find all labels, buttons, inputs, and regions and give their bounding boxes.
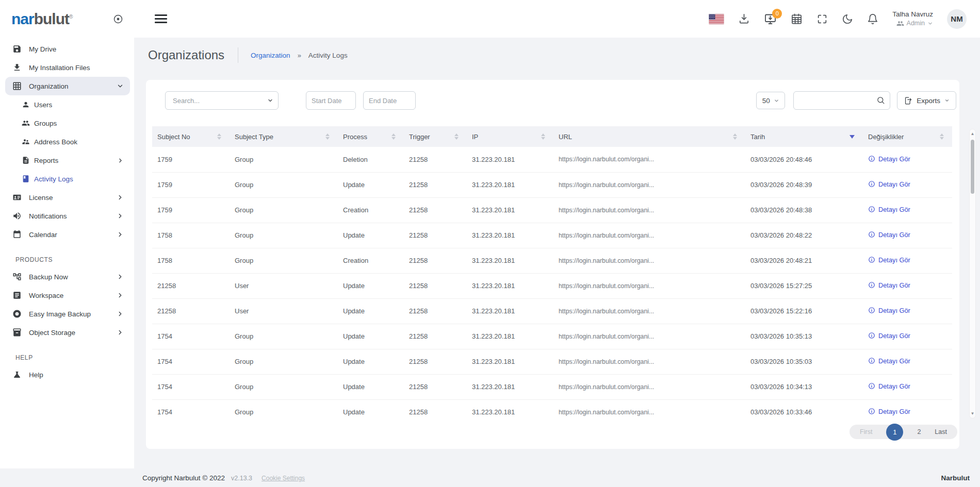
sidebar-item-groups[interactable]: Groups xyxy=(5,114,130,132)
sidebar-item-workspace[interactable]: Workspace xyxy=(5,286,130,305)
pagination-last[interactable]: Last xyxy=(935,428,947,435)
column-header-process[interactable]: Process xyxy=(338,126,404,147)
sidebar-item-calendar[interactable]: Calendar xyxy=(5,225,130,244)
cell-ip: 31.223.20.181 xyxy=(467,273,553,298)
cell-subject-type: Group xyxy=(230,172,338,197)
vertical-scrollbar[interactable]: ▲ ▼ xyxy=(969,129,976,418)
info-icon xyxy=(868,332,875,339)
sidebar-item-help[interactable]: Help xyxy=(5,365,130,384)
sidebar-item-label: Users xyxy=(34,101,52,109)
column-header-ip[interactable]: IP xyxy=(467,126,553,147)
sidebar-item-notifications[interactable]: Notifications xyxy=(5,207,130,225)
cell-subject-type: Group xyxy=(230,324,338,349)
cell-trigger: 21258 xyxy=(404,399,467,423)
pagination-page-1[interactable]: 1 xyxy=(886,424,903,441)
us-flag-icon[interactable] xyxy=(709,14,724,24)
table-row: 21258 User Update 21258 31.223.20.181 ht… xyxy=(152,273,952,298)
column-header-trigger[interactable]: Trigger xyxy=(404,126,467,147)
cell-ip: 31.223.20.181 xyxy=(467,399,553,423)
cell-url: https://login.narbulut.com/organi... xyxy=(553,223,745,248)
avatar[interactable]: NM xyxy=(947,9,967,29)
table-row: 1754 Group Update 21258 31.223.20.181 ht… xyxy=(152,374,952,399)
sidebar-item-users[interactable]: Users xyxy=(5,95,130,114)
table-row: 1758 Group Creation 21258 31.223.20.181 … xyxy=(152,248,952,273)
detail-link[interactable]: Detayı Gör xyxy=(868,307,910,314)
search-input[interactable] xyxy=(165,91,279,110)
column-header-subject-no[interactable]: Subject No xyxy=(152,126,230,147)
cell-date: 03/03/2026 10:35:13 xyxy=(745,324,863,349)
sort-desc-icon xyxy=(850,135,855,139)
scroll-down-arrow-icon[interactable]: ▼ xyxy=(970,411,975,416)
sidebar-item-my-drive[interactable]: My Drive xyxy=(5,40,130,58)
calendar-icon[interactable] xyxy=(791,13,803,25)
cell-process: Deletion xyxy=(338,147,404,172)
detail-link[interactable]: Detayı Gör xyxy=(868,281,910,289)
column-header-degisiklikler[interactable]: Değişiklikler xyxy=(863,126,952,147)
sidebar-item-easy-image-backup[interactable]: Easy Image Backup xyxy=(5,305,130,323)
sidebar-toggle-icon[interactable] xyxy=(112,13,124,25)
chevron-down-icon[interactable] xyxy=(267,97,273,104)
notification-badge: 0 xyxy=(772,9,782,19)
sidebar-item-label: Object Storage xyxy=(29,329,75,337)
cell-action: Detayı Gör xyxy=(863,273,952,298)
cell-ip: 31.223.20.181 xyxy=(467,248,553,273)
cell-url: https://login.narbulut.com/organi... xyxy=(553,399,745,423)
search-icon[interactable] xyxy=(876,96,885,105)
detail-link[interactable]: Detayı Gör xyxy=(868,332,910,340)
footer: Copyright Narbulut © 2022 v2.13.3 Cookie… xyxy=(0,468,980,487)
hamburger-menu-icon[interactable] xyxy=(155,14,167,23)
sidebar-item-address-book[interactable]: Address Book xyxy=(5,132,130,151)
sidebar-item-backup-now[interactable]: Backup Now xyxy=(5,267,130,286)
sidebar-item-label: My Drive xyxy=(29,45,56,53)
bell-icon[interactable] xyxy=(867,13,878,25)
cell-date: 03/03/2026 10:35:03 xyxy=(745,349,863,374)
detail-link[interactable]: Detayı Gör xyxy=(868,231,910,239)
detail-link[interactable]: Detayı Gör xyxy=(868,256,910,264)
sidebar-item-my-installation-files[interactable]: My Installation Files xyxy=(5,58,130,77)
table-header: Subject No Subject Type Process Trigger … xyxy=(152,126,952,147)
cell-date: 03/03/2026 10:34:13 xyxy=(745,374,863,399)
logo-row: narbulut® xyxy=(0,0,134,38)
table-row: 1758 Group Update 21258 31.223.20.181 ht… xyxy=(152,223,952,248)
detail-link[interactable]: Detayı Gör xyxy=(868,206,910,213)
sidebar-item-license[interactable]: License xyxy=(5,188,130,207)
pagination-page-2[interactable]: 2 xyxy=(917,428,921,435)
speaker-icon xyxy=(12,211,22,221)
table-search-input[interactable] xyxy=(793,91,890,110)
breadcrumb-parent-link[interactable]: Organization xyxy=(251,52,290,59)
chevron-right-icon xyxy=(117,310,124,317)
sidebar-item-object-storage[interactable]: Object Storage xyxy=(5,323,130,342)
monitor-download-icon[interactable]: 0 xyxy=(764,13,777,25)
cell-process: Update xyxy=(338,324,404,349)
detail-link[interactable]: Detayı Gör xyxy=(868,357,910,365)
download-icon[interactable] xyxy=(738,13,750,25)
exports-button[interactable]: Exports xyxy=(897,91,956,110)
table-search-box xyxy=(793,91,890,110)
fullscreen-icon[interactable] xyxy=(816,13,828,25)
sidebar-item-organization[interactable]: Organization xyxy=(5,77,130,95)
start-date-input[interactable] xyxy=(306,91,356,110)
pagination-first[interactable]: First xyxy=(860,428,872,435)
info-icon xyxy=(868,180,875,188)
sidebar-item-activity-logs[interactable]: Activity Logs xyxy=(5,170,130,188)
cookie-settings-link[interactable]: Cookie Settings xyxy=(262,475,305,482)
scroll-up-arrow-icon[interactable]: ▲ xyxy=(970,131,975,136)
cell-ip: 31.223.20.181 xyxy=(467,324,553,349)
column-header-url[interactable]: URL xyxy=(553,126,745,147)
column-header-subject-type[interactable]: Subject Type xyxy=(230,126,338,147)
scrollbar-thumb[interactable] xyxy=(971,140,974,194)
page-size-select[interactable]: 50 xyxy=(756,92,785,109)
moon-icon[interactable] xyxy=(842,13,853,25)
cell-ip: 31.223.20.181 xyxy=(467,147,553,172)
cell-subject-type: Group xyxy=(230,399,338,423)
end-date-input[interactable] xyxy=(363,91,416,110)
detail-link[interactable]: Detayı Gör xyxy=(868,155,910,163)
narbulut-logo[interactable]: narbulut® xyxy=(11,10,72,28)
cell-ip: 31.223.20.181 xyxy=(467,223,553,248)
column-header-tarih[interactable]: Tarih xyxy=(745,126,863,147)
sidebar-item-reports[interactable]: Reports xyxy=(5,151,130,170)
detail-link[interactable]: Detayı Gör xyxy=(868,180,910,188)
user-menu[interactable]: Talha Navruz Admin xyxy=(892,10,933,28)
detail-link[interactable]: Detayı Gör xyxy=(868,382,910,390)
detail-link[interactable]: Detayı Gör xyxy=(868,408,910,415)
